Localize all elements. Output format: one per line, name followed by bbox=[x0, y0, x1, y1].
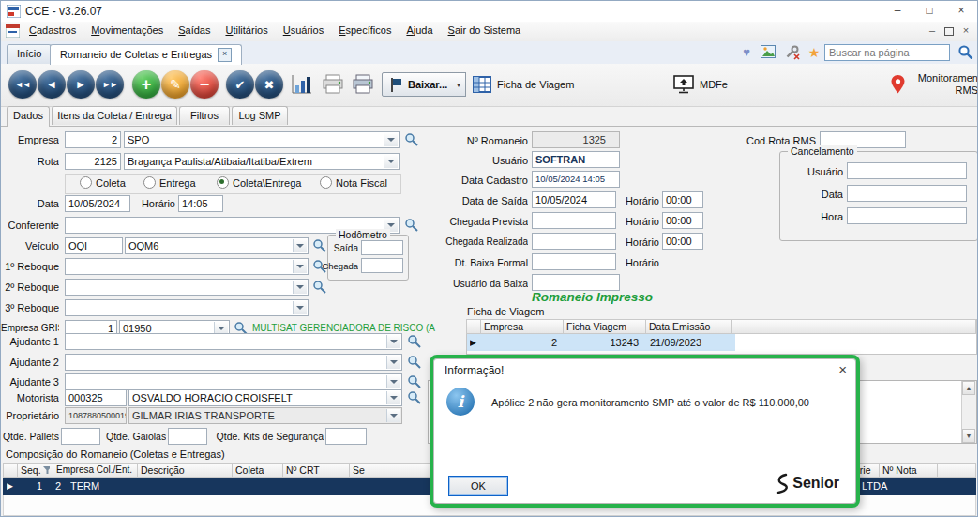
motorista-combo[interactable]: OSVALDO HORACIO CROISFELT bbox=[128, 389, 402, 406]
tab-filtros[interactable]: Filtros bbox=[179, 106, 230, 125]
veiculo-code-field[interactable]: OQI bbox=[65, 237, 123, 254]
reboque2-combo[interactable] bbox=[65, 279, 309, 296]
mdi-restore-icon[interactable] bbox=[942, 24, 957, 38]
ajudante2-combo[interactable] bbox=[65, 354, 402, 371]
first-record-button[interactable]: ◄◄ bbox=[8, 70, 37, 99]
menu-sair[interactable]: Sair do Sistema bbox=[441, 22, 529, 38]
minimize-button[interactable]: – bbox=[882, 1, 913, 22]
chevron-down-icon[interactable] bbox=[386, 356, 400, 369]
chevron-down-icon[interactable] bbox=[293, 260, 307, 273]
rota-combo[interactable]: Bragança Paulista/Atibaia/Itatiba/Extrem bbox=[124, 153, 400, 170]
tab-itens-coleta-entrega[interactable]: Itens da Coleta / Entrega bbox=[52, 106, 177, 125]
ficha-col-data-emissao[interactable]: Data Emissão bbox=[646, 319, 732, 334]
filter-icon[interactable] bbox=[43, 466, 50, 475]
tab-dados[interactable]: Dados bbox=[7, 106, 50, 127]
veiculo-search-button[interactable] bbox=[311, 238, 327, 254]
comp-col-crt[interactable]: Nº CRT bbox=[283, 463, 350, 478]
chevron-down-icon[interactable] bbox=[384, 133, 398, 146]
radio-coleta[interactable]: Coleta bbox=[80, 176, 126, 189]
chevron-down-icon[interactable] bbox=[384, 155, 398, 168]
ajudante3-combo[interactable] bbox=[65, 373, 402, 390]
ajudante2-search-button[interactable] bbox=[406, 355, 422, 371]
search-icon[interactable] bbox=[957, 44, 974, 59]
empresa-code-field[interactable]: 2 bbox=[65, 131, 121, 148]
search-input[interactable] bbox=[824, 44, 950, 61]
mdi-close-icon[interactable]: × bbox=[958, 24, 973, 38]
comp-col-nota[interactable]: Nº Nota bbox=[880, 463, 938, 478]
wrench-icon[interactable] bbox=[785, 45, 802, 60]
star-icon[interactable]: ★ bbox=[806, 45, 822, 60]
delete-button[interactable]: − bbox=[190, 70, 219, 99]
memo-scrollbar[interactable]: ▲ ▼ bbox=[961, 381, 976, 443]
close-tab-icon[interactable]: × bbox=[218, 48, 232, 62]
chegada-realizada-field[interactable] bbox=[532, 233, 616, 250]
baixar-button[interactable]: Baixar... bbox=[382, 72, 456, 97]
motorista-search-button[interactable] bbox=[406, 390, 422, 406]
print-alt-button[interactable] bbox=[352, 74, 374, 95]
data-saida-horario-field[interactable]: 00:00 bbox=[662, 191, 703, 208]
ajudante3-search-button[interactable] bbox=[406, 374, 422, 390]
data-field[interactable]: 10/05/2024 bbox=[65, 195, 130, 212]
last-record-button[interactable]: ►► bbox=[96, 70, 124, 99]
qtde-kits-field[interactable] bbox=[325, 428, 367, 445]
comp-col-empresa[interactable]: Empresa Col./Ent. bbox=[53, 463, 138, 478]
mdi-minimize-icon[interactable]: – bbox=[925, 24, 940, 38]
ajudante1-combo[interactable] bbox=[65, 333, 402, 350]
menu-especificos[interactable]: Específicos bbox=[331, 22, 399, 38]
mdfe-button[interactable]: MDFe bbox=[671, 70, 731, 99]
baixar-dropdown-button[interactable]: ▼ bbox=[452, 72, 466, 97]
ajudante1-search-button[interactable] bbox=[406, 334, 422, 350]
horario-field[interactable]: 14:05 bbox=[178, 195, 223, 212]
menu-saidas[interactable]: Saídas bbox=[171, 22, 218, 38]
tab-log-smp[interactable]: Log SMP bbox=[232, 106, 288, 125]
print-button[interactable] bbox=[322, 74, 344, 95]
rota-code-field[interactable]: 2125 bbox=[65, 153, 121, 170]
edit-button[interactable]: ✎ bbox=[161, 70, 189, 99]
dialog-close-icon[interactable]: × bbox=[838, 361, 847, 377]
empresa-combo[interactable]: SPO bbox=[124, 131, 400, 148]
reboque1-search-button[interactable] bbox=[311, 259, 327, 275]
radio-entrega[interactable]: Entrega bbox=[143, 176, 196, 189]
tab-romaneio[interactable]: Romaneio de Coletas e Entregas × bbox=[50, 44, 242, 65]
confirm-button[interactable]: ✔ bbox=[226, 70, 254, 99]
data-saida-field[interactable]: 10/05/2024 bbox=[532, 191, 616, 208]
chart-button[interactable] bbox=[290, 73, 313, 96]
scroll-up-icon[interactable]: ▲ bbox=[962, 381, 975, 395]
comp-col-coleta[interactable]: Coleta bbox=[233, 463, 283, 478]
chevron-down-icon[interactable] bbox=[386, 375, 400, 388]
radio-nota-fiscal[interactable]: Nota Fiscal bbox=[320, 176, 387, 189]
previous-record-button[interactable]: ◄ bbox=[38, 70, 66, 99]
ok-button[interactable]: OK bbox=[448, 476, 508, 496]
empresa-search-button[interactable] bbox=[403, 132, 419, 148]
monitoramento-rms-button[interactable]: Monitoramen RMS bbox=[888, 70, 978, 99]
close-button[interactable]: × bbox=[945, 1, 977, 22]
reboque2-search-button[interactable] bbox=[311, 280, 327, 296]
reboque3-combo[interactable] bbox=[65, 299, 309, 316]
chevron-down-icon[interactable] bbox=[386, 391, 400, 404]
ficha-viagem-button[interactable]: Ficha de Viagem bbox=[470, 70, 577, 99]
conferente-search-button[interactable] bbox=[403, 218, 419, 234]
chegada-prevista-horario-field[interactable]: 00:00 bbox=[662, 212, 703, 229]
chevron-down-icon[interactable] bbox=[386, 335, 400, 348]
comp-col-seq[interactable]: Seq. bbox=[18, 463, 53, 478]
chevron-down-icon[interactable] bbox=[293, 239, 307, 252]
menu-movimentacoes[interactable]: Movimentações bbox=[83, 22, 171, 38]
heart-icon[interactable]: ♥ bbox=[738, 45, 755, 60]
chevron-down-icon[interactable] bbox=[293, 301, 307, 314]
motorista-code-field[interactable]: 000325 bbox=[65, 389, 127, 406]
qtde-gaiolas-field[interactable] bbox=[168, 428, 207, 445]
ficha-viagem-row[interactable]: ▶ 2 13243 21/09/2023 bbox=[467, 334, 735, 351]
next-record-button[interactable]: ► bbox=[67, 70, 95, 99]
ficha-col-ficha-viagem[interactable]: Ficha Viagem bbox=[564, 319, 646, 334]
chegada-realizada-horario-field[interactable]: 00:00 bbox=[662, 233, 703, 250]
menu-utilitarios[interactable]: Utilitários bbox=[218, 22, 275, 38]
add-button[interactable]: + bbox=[132, 70, 160, 99]
dt-baixa-formal-field[interactable] bbox=[532, 253, 616, 270]
veiculo-combo[interactable]: OQM6 bbox=[125, 237, 309, 254]
image-icon[interactable] bbox=[761, 45, 777, 60]
chegada-prevista-field[interactable] bbox=[532, 212, 616, 229]
ficha-col-empresa[interactable]: Empresa bbox=[481, 319, 564, 334]
reboque1-combo[interactable] bbox=[65, 258, 309, 275]
menu-cadastros[interactable]: Cadastros bbox=[22, 22, 83, 38]
menu-usuarios[interactable]: Usuários bbox=[276, 22, 331, 38]
